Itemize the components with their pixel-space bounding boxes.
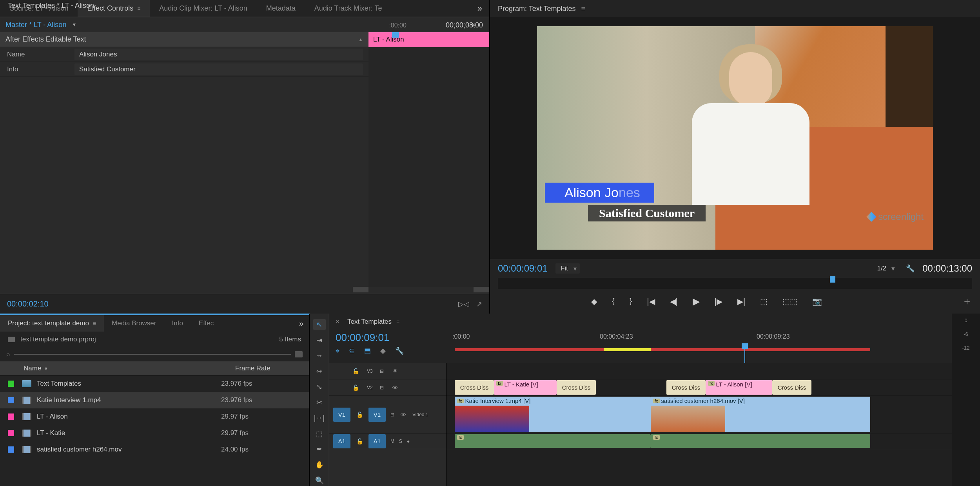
- eye-icon[interactable]: 👁: [391, 367, 399, 375]
- track-select-tool[interactable]: ⇥: [313, 335, 326, 346]
- panel-menu-icon[interactable]: ≡: [581, 5, 585, 13]
- export-frame-icon[interactable]: ↗: [476, 300, 482, 308]
- label-swatch[interactable]: [8, 381, 14, 387]
- search-icon[interactable]: ⌕: [6, 351, 10, 358]
- panel-menu-icon[interactable]: ≡: [137, 5, 140, 12]
- panel-menu-icon[interactable]: ≡: [396, 319, 399, 325]
- solo-icon[interactable]: S: [399, 439, 402, 444]
- eye-icon[interactable]: 👁: [391, 383, 399, 392]
- play-button[interactable]: ▶: [693, 296, 700, 307]
- go-to-in-button[interactable]: |◀: [647, 297, 655, 306]
- clip-cross-dissolve[interactable]: Cross Diss: [557, 380, 596, 395]
- work-area-bar[interactable]: [455, 348, 604, 351]
- find-in-bin-icon[interactable]: [295, 351, 303, 357]
- tab-media-browser[interactable]: Media Browser: [104, 315, 164, 332]
- ec-scroll-h-left[interactable]: [353, 287, 368, 292]
- track-header-v2[interactable]: 🔓 V2 ⊟ 👁: [329, 379, 446, 396]
- tab-program[interactable]: Program: Text Templates: [498, 5, 575, 13]
- label-swatch[interactable]: [8, 413, 14, 420]
- snap-icon[interactable]: ⌖: [336, 347, 339, 355]
- program-playbar[interactable]: [498, 278, 972, 289]
- sync-lock-icon[interactable]: ⊟: [380, 368, 384, 374]
- add-marker-button[interactable]: ◆: [591, 297, 597, 306]
- zoom-tool[interactable]: 🔍: [313, 475, 326, 486]
- source-patch-v1[interactable]: V1: [333, 408, 350, 422]
- program-playhead[interactable]: [830, 276, 835, 283]
- tabs-overflow-icon[interactable]: »: [470, 0, 489, 17]
- track-header-v3[interactable]: 🔓 V3 ⊟ 👁: [329, 363, 446, 379]
- lift-button[interactable]: ⬚: [760, 297, 768, 306]
- eye-icon[interactable]: 👁: [399, 410, 408, 419]
- panel-menu-icon[interactable]: ≡: [93, 320, 96, 326]
- button-editor-icon[interactable]: ＋: [962, 294, 972, 308]
- sync-lock-icon[interactable]: ⊟: [380, 385, 384, 390]
- tab-effects[interactable]: Effec: [191, 315, 221, 332]
- settings-wrench-icon[interactable]: 🔧: [395, 346, 404, 355]
- label-swatch[interactable]: [8, 397, 14, 403]
- add-marker-icon[interactable]: ⬒: [364, 346, 371, 355]
- track-header-a1[interactable]: A1 🔓 A1 M S ●: [329, 433, 446, 449]
- clip-audio-satisfied[interactable]: fx: [651, 434, 870, 448]
- mark-in-button[interactable]: {: [612, 297, 615, 306]
- export-frame-button[interactable]: 📷: [812, 297, 822, 306]
- mute-icon[interactable]: M: [390, 439, 394, 444]
- clip-cross-dissolve[interactable]: Cross Diss: [772, 380, 811, 395]
- project-item[interactable]: LT - Alison29.97 fps: [0, 408, 309, 425]
- lock-icon[interactable]: 🔓: [355, 410, 364, 419]
- ec-input-name[interactable]: Alison Jones: [74, 49, 363, 60]
- razor-tool[interactable]: ✂: [313, 397, 326, 408]
- ec-scroll-h-right[interactable]: [474, 287, 489, 292]
- mark-out-button[interactable]: }: [630, 297, 632, 306]
- extract-button[interactable]: ⬚⬚: [782, 297, 797, 306]
- go-to-out-button[interactable]: ▶|: [737, 297, 745, 306]
- tab-info[interactable]: Info: [164, 315, 191, 332]
- tab-audio-clip-mixer[interactable]: Audio Clip Mixer: LT - Alison: [150, 0, 256, 17]
- rolling-edit-tool[interactable]: ⇿: [313, 366, 326, 377]
- column-frame-rate[interactable]: Frame Rate: [231, 364, 309, 372]
- ripple-edit-tool[interactable]: ↔: [313, 350, 326, 361]
- step-forward-button[interactable]: |▶: [715, 297, 722, 306]
- pen-tool[interactable]: ✒: [313, 444, 326, 455]
- selection-tool[interactable]: ↖: [313, 319, 326, 330]
- search-input[interactable]: [14, 354, 291, 355]
- target-patch-a1[interactable]: A1: [368, 434, 386, 448]
- track-header-v1[interactable]: V1 🔓 V1 ⊟ 👁 Video 1: [329, 396, 446, 433]
- source-patch-a1[interactable]: A1: [333, 434, 350, 448]
- column-name[interactable]: Name∧: [0, 364, 231, 372]
- marker-icon[interactable]: ◆: [380, 346, 386, 355]
- project-item[interactable]: LT - Katie29.97 fps: [0, 425, 309, 441]
- sync-lock-icon[interactable]: ⊟: [390, 412, 394, 417]
- linked-selection-icon[interactable]: ⊆: [349, 346, 355, 355]
- label-swatch[interactable]: [8, 446, 14, 453]
- ec-clip-bar[interactable]: LT - Alison: [368, 32, 489, 47]
- timeline-playhead[interactable]: [742, 343, 748, 349]
- target-patch-v1[interactable]: V1: [368, 408, 386, 422]
- settings-wrench-icon[interactable]: 🔧: [906, 264, 915, 273]
- project-item[interactable]: satisfied customer h264.mov24.00 fps: [0, 441, 309, 458]
- zoom-fit-dropdown[interactable]: Fit: [555, 263, 580, 274]
- label-swatch[interactable]: [8, 430, 14, 436]
- program-timecode-current[interactable]: 00:00:09:01: [498, 263, 548, 274]
- resolution-dropdown[interactable]: 1/2: [873, 263, 898, 274]
- tab-audio-track-mixer[interactable]: Audio Track Mixer: Te: [305, 0, 392, 17]
- ec-input-info[interactable]: Satisfied Customer: [74, 63, 363, 75]
- clip-audio-katie[interactable]: fx: [455, 434, 651, 448]
- toggle-track-icon[interactable]: ▷◁: [458, 300, 469, 308]
- lock-icon[interactable]: 🔓: [351, 367, 360, 375]
- project-item[interactable]: Katie Interview 1.mp423.976 fps: [0, 392, 309, 408]
- slide-tool[interactable]: ⬚: [313, 428, 326, 439]
- clip-lt-katie[interactable]: fxLT - Katie [V]: [494, 380, 557, 395]
- tab-metadata[interactable]: Metadata: [257, 0, 305, 17]
- timeline-timecode[interactable]: 00:00:09:01: [336, 332, 453, 344]
- slip-tool[interactable]: |↔|: [313, 413, 326, 424]
- clip-cross-dissolve[interactable]: Cross Diss: [666, 380, 706, 395]
- clip-cross-dissolve[interactable]: Cross Diss: [455, 380, 494, 395]
- lock-icon[interactable]: 🔓: [355, 437, 364, 446]
- tab-project[interactable]: Project: text template demo≡: [0, 315, 104, 332]
- rate-stretch-tool[interactable]: ⤡: [313, 381, 326, 392]
- step-back-button[interactable]: ◀|: [670, 297, 678, 306]
- tabs-overflow-icon[interactable]: »: [294, 315, 309, 332]
- program-viewer[interactable]: Alison Jones Satisfied Customer screenli…: [490, 17, 980, 259]
- ec-mini-playhead[interactable]: [392, 32, 399, 38]
- clip-satisfied-customer[interactable]: fxsatisfied customer h264.mov [V]: [651, 397, 870, 432]
